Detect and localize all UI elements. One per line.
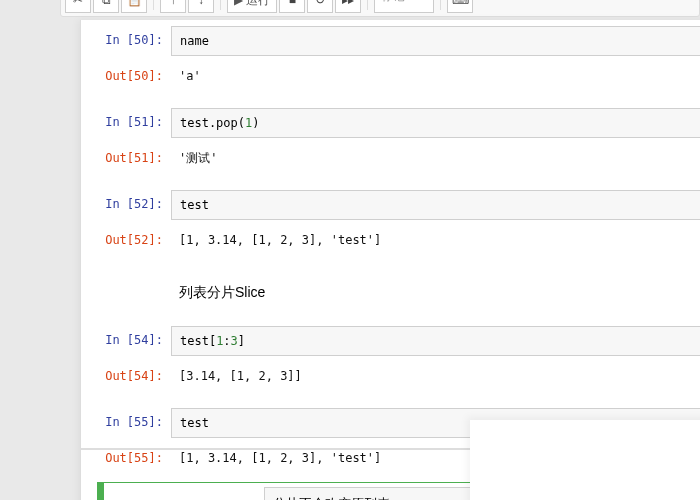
in-prompt: In [55]: (81, 408, 171, 438)
run-all-button[interactable]: ▸▸ (335, 0, 361, 13)
cut-button[interactable]: ✂ (65, 0, 91, 13)
code-cell[interactable]: In [52]: test (81, 188, 700, 222)
output-row: Out[51]: '测试' (81, 142, 700, 174)
copy-button[interactable]: ⧉ (93, 0, 119, 13)
markdown-gutter (104, 483, 264, 500)
moveup-button[interactable]: ↑ (160, 0, 186, 13)
output-text: [1, 3.14, [1, 2, 3], 'test'] (171, 226, 700, 254)
paste-button[interactable]: 📋 (121, 0, 147, 13)
markdown-text: 列表分片Slice (171, 276, 700, 308)
movedown-button[interactable]: ↓ (188, 0, 214, 13)
restart-button[interactable]: ↻ (307, 0, 333, 13)
code-cell[interactable]: In [51]: test.pop(1) (81, 106, 700, 140)
output-text: 'a' (171, 62, 700, 90)
out-prompt: Out[52]: (81, 226, 171, 254)
code-cell[interactable]: In [54]: test[1:3] (81, 324, 700, 358)
out-prompt: Out[50]: (81, 62, 171, 90)
run-button[interactable]: ▶ 运行 (227, 0, 277, 13)
in-prompt: In [50]: (81, 26, 171, 56)
output-row: Out[54]: [3.14, [1, 2, 3]] (81, 360, 700, 392)
code-input[interactable]: test.pop(1) (171, 108, 700, 138)
overlay-panel (470, 420, 700, 500)
output-row: Out[50]: 'a' (81, 60, 700, 92)
code-input[interactable]: test[1:3] (171, 326, 700, 356)
out-prompt: Out[51]: (81, 144, 171, 172)
cell-type-select[interactable]: 标记 (374, 0, 434, 13)
stop-button[interactable]: ■ (279, 0, 305, 13)
code-cell[interactable]: In [50]: name (81, 24, 700, 58)
in-prompt: In [51]: (81, 108, 171, 138)
out-prompt: Out[54]: (81, 362, 171, 390)
code-input[interactable]: name (171, 26, 700, 56)
in-prompt: In [54]: (81, 326, 171, 356)
output-row: Out[52]: [1, 3.14, [1, 2, 3], 'test'] (81, 224, 700, 256)
in-prompt: In [52]: (81, 190, 171, 220)
output-text: '测试' (171, 144, 700, 172)
command-palette-button[interactable]: ⌨ (447, 0, 473, 13)
toolbar: ✂ ⧉ 📋 ↑ ↓ ▶ 运行 ■ ↻ ▸▸ 标记 ⌨ (60, 0, 700, 17)
code-input[interactable]: test (171, 190, 700, 220)
output-text: [3.14, [1, 2, 3]] (171, 362, 700, 390)
markdown-cell[interactable]: 列表分片Slice (81, 274, 700, 310)
markdown-gutter (81, 276, 171, 308)
